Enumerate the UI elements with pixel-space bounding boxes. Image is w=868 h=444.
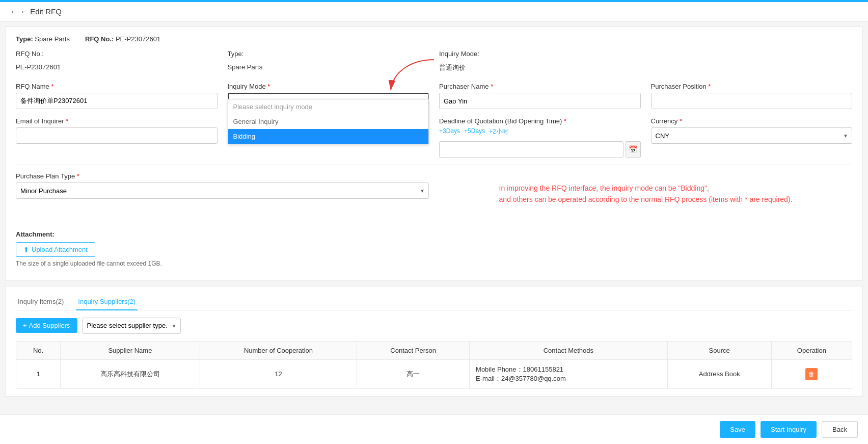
empty-col <box>651 50 853 75</box>
start-inquiry-button[interactable]: Start Inquiry <box>761 421 817 432</box>
table-row: 1 高乐高科技有限公司 12 高一 Mobile Phone：180611558… <box>16 359 852 388</box>
save-button[interactable]: Save <box>720 421 755 432</box>
col-operation: Operation <box>771 341 852 359</box>
main-form: Type: Spare Parts RFQ No.: PE-P23072601 … <box>5 27 863 281</box>
form-row-3: Email of Inquirer * Deadline of Quotatio… <box>16 117 852 158</box>
shortcut-2hours[interactable]: +2小时 <box>489 127 508 136</box>
rfq-name-input[interactable] <box>16 93 218 109</box>
email-label: Email of Inquirer * <box>16 117 218 125</box>
purchase-plan-select-wrapper: Minor Purchase Regular Purchase Emergenc… <box>16 182 429 199</box>
contact-email: E-mail：24@357780@qq.com <box>476 374 661 383</box>
tabs-section: Inquiry Items(2) Inquiry Suppliers(2) + … <box>5 286 863 397</box>
table-header: No. Supplier Name Number of Cooperation … <box>16 341 852 359</box>
purchase-plan-group: Purchase Plan Type * Minor Purchase Regu… <box>16 172 429 199</box>
rfq-no-value: PE-P23072601 <box>16 60 218 74</box>
purchase-annotation-row: Purchase Plan Type * Minor Purchase Regu… <box>16 172 852 216</box>
inquiry-mode-info-label: Inquiry Mode: <box>439 50 641 58</box>
col-supplier-name: Supplier Name <box>61 341 200 359</box>
inquiry-mode-dropdown[interactable]: Bidding ▼ Please select inquiry mode Gen… <box>228 93 429 110</box>
deadline-group: Deadline of Quotation (Bid Opening Time)… <box>439 117 641 158</box>
inquiry-mode-group: Inquiry Mode * Bidding ▼ <box>228 83 429 110</box>
shortcut-3days[interactable]: +3Days <box>439 127 460 136</box>
currency-group: Currency * CNY USD EUR <box>651 117 853 158</box>
purchase-plan-select[interactable]: Minor Purchase Regular Purchase Emergenc… <box>16 182 429 199</box>
col-contact-methods: Contact Methods <box>470 341 668 359</box>
header: ← ← Edit RFQ <box>0 2 868 21</box>
rfq-no-group: RFQ No.: PE-P23072601 <box>16 50 218 75</box>
back-footer-button[interactable]: Back <box>822 421 858 432</box>
form-row-2: RFQ Name * Inquiry Mode * <box>16 83 852 110</box>
page-title: ← Edit RFQ <box>20 7 62 16</box>
col-contact-person: Contact Person <box>357 341 470 359</box>
add-suppliers-label: Add Suppliers <box>29 322 70 329</box>
dropdown-item-bidding[interactable]: Bidding <box>228 129 429 144</box>
tab-inquiry-suppliers[interactable]: Inquiry Suppliers(2) <box>76 294 138 310</box>
delete-row-button[interactable]: 🗑 <box>805 368 818 380</box>
annotation-line1: In improving the RFQ interface, the inqu… <box>499 182 793 194</box>
cell-cooperation: 12 <box>200 359 357 388</box>
annotation-line2: and others can be operated according to … <box>499 194 793 205</box>
email-input[interactable] <box>16 127 218 144</box>
purchaser-name-input[interactable] <box>439 93 641 109</box>
col-no: No. <box>16 341 61 359</box>
currency-select[interactable]: CNY USD EUR <box>651 127 853 144</box>
upload-hint: The size of a single uploaded file canno… <box>16 260 852 267</box>
attachment-section: Attachment: ⬆ Upload Attachment The size… <box>16 230 852 267</box>
cell-contact-person: 高一 <box>357 359 470 388</box>
date-shortcuts: +3Days +5Days +2小时 <box>439 127 641 136</box>
inquiry-mode-menu: Please select inquiry mode General Inqui… <box>228 99 429 144</box>
back-arrow-icon: ← <box>10 8 17 16</box>
plus-icon: + <box>23 322 27 329</box>
purchase-plan-label: Purchase Plan Type * <box>16 172 429 180</box>
upload-label: Upload Attachment <box>32 246 88 253</box>
cell-no: 1 <box>16 359 61 388</box>
dropdown-item-placeholder[interactable]: Please select inquiry mode <box>228 99 429 114</box>
meta-rfq-no: RFQ No.: PE-P23072601 <box>85 35 160 43</box>
purchaser-position-group: Purchaser Position * <box>651 83 853 110</box>
supplier-toolbar: + Add Suppliers Please select supplier t… <box>16 318 852 334</box>
section-divider-2 <box>16 223 852 223</box>
red-arrow-annotation <box>383 55 444 95</box>
purchaser-position-input[interactable] <box>651 93 853 109</box>
col-cooperation: Number of Cooperation <box>200 341 357 359</box>
rfq-name-label: RFQ Name * <box>16 83 218 90</box>
annotation-area: In improving the RFQ interface, the inqu… <box>439 172 852 216</box>
purchaser-name-label: Purchaser Name * <box>439 83 641 90</box>
annotation-text: In improving the RFQ interface, the inqu… <box>499 177 793 211</box>
rfq-name-group: RFQ Name * <box>16 83 218 110</box>
deadline-input[interactable] <box>439 141 623 158</box>
suppliers-table: No. Supplier Name Number of Cooperation … <box>16 341 852 389</box>
purchaser-position-label: Purchaser Position * <box>651 83 853 90</box>
cell-supplier-name: 高乐高科技有限公司 <box>61 359 200 388</box>
meta-type: Type: Spare Parts <box>16 35 70 43</box>
upload-attachment-button[interactable]: ⬆ Upload Attachment <box>16 242 95 257</box>
tab-inquiry-items[interactable]: Inquiry Items(2) <box>16 294 66 310</box>
upload-icon: ⬆ <box>23 246 29 253</box>
col-source: Source <box>667 341 771 359</box>
shortcut-5days[interactable]: +5Days <box>464 127 485 136</box>
supplier-type-select[interactable]: Please select supplier type. <box>83 318 181 334</box>
deadline-input-row: 📅 <box>439 141 641 158</box>
purchase-plan-section: Purchase Plan Type * Minor Purchase Regu… <box>16 172 429 216</box>
cell-contact-methods: Mobile Phone：18061155821 E-mail：24@35778… <box>470 359 668 388</box>
dropdown-item-general[interactable]: General Inquiry <box>228 114 429 129</box>
meta-info-row: Type: Spare Parts RFQ No.: PE-P23072601 <box>16 35 852 43</box>
rfq-no-label: RFQ No.: <box>16 50 218 58</box>
tabs-header: Inquiry Items(2) Inquiry Suppliers(2) <box>16 294 852 310</box>
calendar-icon[interactable]: 📅 <box>626 141 641 158</box>
currency-label: Currency * <box>651 117 853 125</box>
add-suppliers-button[interactable]: + Add Suppliers <box>16 318 77 333</box>
cell-operation: 🗑 <box>771 359 852 388</box>
attachment-title: Attachment: <box>16 230 852 238</box>
back-button[interactable]: ← ← Edit RFQ <box>10 7 62 16</box>
section-divider-1 <box>16 165 852 165</box>
email-group: Email of Inquirer * <box>16 117 218 158</box>
deadline-label: Deadline of Quotation (Bid Opening Time)… <box>439 117 641 125</box>
inquiry-mode-info-group: Inquiry Mode: 普通询价 <box>439 50 641 75</box>
supplier-type-wrapper: Please select supplier type. <box>83 318 181 334</box>
table-body: 1 高乐高科技有限公司 12 高一 Mobile Phone：180611558… <box>16 359 852 388</box>
purchaser-name-group: Purchaser Name * <box>439 83 641 110</box>
cell-source: Address Book <box>667 359 771 388</box>
footer: Save Start Inquiry Back <box>0 414 868 432</box>
inquiry-mode-info-value: 普通询价 <box>439 60 641 75</box>
